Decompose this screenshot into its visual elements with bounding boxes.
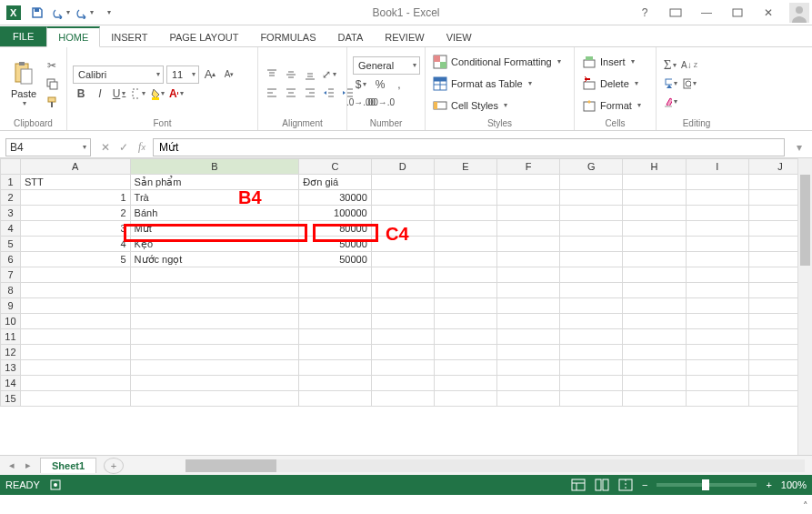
percent-format-icon[interactable]: % [372, 76, 388, 93]
cell[interactable] [497, 329, 560, 345]
cell[interactable] [299, 329, 371, 345]
font-color-icon[interactable]: A▾ [168, 86, 185, 102]
col-header-A[interactable]: A [20, 159, 130, 175]
cell[interactable] [130, 267, 299, 283]
scrollbar-thumb[interactable] [185, 459, 276, 472]
cell[interactable] [434, 391, 496, 407]
tab-home[interactable]: HOME [46, 26, 100, 47]
cell[interactable] [20, 345, 130, 360]
cell[interactable] [497, 314, 560, 329]
font-size-combo[interactable]: 11▾ [166, 66, 199, 84]
cell[interactable] [299, 314, 371, 329]
zoom-in-icon[interactable]: + [766, 479, 771, 490]
cell[interactable] [623, 237, 686, 252]
cell[interactable] [623, 345, 686, 360]
borders-icon[interactable]: ▾ [130, 86, 146, 102]
conditional-formatting-button[interactable]: Conditional Formatting▾ [431, 52, 568, 72]
align-right-icon[interactable] [302, 85, 318, 101]
cell[interactable] [371, 267, 434, 283]
cell[interactable] [20, 391, 130, 407]
cell[interactable] [560, 298, 623, 314]
cell[interactable] [434, 267, 496, 283]
cell[interactable]: Trà [130, 190, 299, 206]
font-name-combo[interactable]: Calibri▾ [73, 66, 164, 84]
find-select-icon[interactable]: ▾ [681, 76, 697, 92]
cell[interactable]: STT [20, 175, 130, 190]
maximize-icon[interactable] [725, 2, 750, 24]
cell[interactable] [20, 314, 130, 329]
cell[interactable] [497, 267, 560, 283]
fill-color-icon[interactable]: ▾ [149, 86, 165, 102]
cell[interactable] [623, 360, 686, 376]
cell[interactable] [623, 252, 686, 267]
cell[interactable] [560, 190, 623, 206]
row-header[interactable]: 7 [1, 267, 21, 283]
cell[interactable] [686, 206, 748, 221]
zoom-level[interactable]: 100% [781, 479, 807, 490]
format-cells-button[interactable]: Format▾ [580, 96, 650, 116]
cell[interactable] [497, 376, 560, 391]
cancel-formula-icon[interactable]: ✕ [96, 138, 115, 156]
account-icon[interactable] [787, 2, 812, 24]
copy-icon[interactable] [44, 76, 60, 92]
tab-view[interactable]: VIEW [436, 28, 483, 46]
italic-button[interactable]: I [92, 86, 108, 102]
tab-data[interactable]: DATA [327, 28, 375, 46]
cell[interactable] [686, 360, 748, 376]
view-page-layout-icon[interactable] [595, 479, 609, 491]
row-header[interactable]: 1 [1, 175, 21, 190]
cell[interactable] [434, 360, 496, 376]
tab-insert[interactable]: INSERT [100, 28, 158, 46]
row-header[interactable]: 6 [1, 252, 21, 267]
cell[interactable] [560, 360, 623, 376]
cell[interactable]: Nước ngọt [130, 252, 299, 267]
cell[interactable] [497, 298, 560, 314]
cell[interactable] [20, 267, 130, 283]
cell[interactable] [497, 221, 560, 237]
cell[interactable]: 2 [20, 206, 130, 221]
tab-file[interactable]: FILE [0, 26, 46, 46]
cell[interactable] [686, 221, 748, 237]
cell[interactable] [497, 237, 560, 252]
sort-filter-icon[interactable]: A↓Z [681, 57, 697, 74]
cell[interactable] [623, 206, 686, 221]
col-header-I[interactable]: I [686, 159, 748, 175]
tab-formulas[interactable]: FORMULAS [249, 28, 326, 46]
cell[interactable] [686, 345, 748, 360]
orientation-icon[interactable]: ⤢▾ [321, 66, 337, 83]
cut-icon[interactable]: ✂ [44, 57, 60, 74]
cell[interactable]: Đơn giá [299, 175, 371, 190]
cell[interactable] [560, 283, 623, 298]
cell[interactable] [434, 175, 496, 190]
expand-formula-bar-icon[interactable]: ▾ [790, 138, 808, 156]
col-header-E[interactable]: E [434, 159, 496, 175]
excel-icon[interactable]: X [4, 3, 24, 23]
cell[interactable] [434, 221, 496, 237]
comma-format-icon[interactable]: , [391, 76, 407, 93]
cell[interactable] [497, 206, 560, 221]
cell[interactable] [130, 376, 299, 391]
cell[interactable] [434, 329, 496, 345]
cell[interactable] [371, 391, 434, 407]
collapse-ribbon-icon[interactable]: ˄ [803, 500, 808, 512]
row-header[interactable]: 15 [1, 391, 21, 407]
cell[interactable] [434, 206, 496, 221]
cell[interactable] [434, 190, 496, 206]
cell[interactable] [130, 391, 299, 407]
cell[interactable] [434, 345, 496, 360]
cell[interactable]: Kẹo [130, 237, 299, 252]
close-icon[interactable]: ✕ [756, 2, 781, 24]
cell[interactable] [686, 283, 748, 298]
cell[interactable] [560, 329, 623, 345]
cell[interactable] [497, 360, 560, 376]
ribbon-display-icon[interactable] [663, 2, 688, 24]
insert-function-icon[interactable]: fx [133, 138, 151, 156]
cell[interactable] [371, 283, 434, 298]
cell[interactable] [130, 283, 299, 298]
cell[interactable] [623, 329, 686, 345]
cell[interactable] [371, 206, 434, 221]
cell[interactable] [371, 237, 434, 252]
cell[interactable] [130, 329, 299, 345]
cell[interactable] [299, 283, 371, 298]
cell[interactable] [623, 267, 686, 283]
